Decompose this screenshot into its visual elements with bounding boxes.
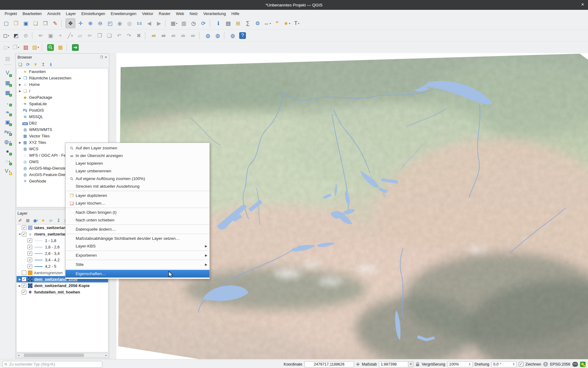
locator-search[interactable]: ⚲ Zu suchender Typ (Strg+K): [2, 361, 102, 368]
coordinate-input[interactable]: 2476717,1188626: [304, 361, 354, 367]
browser-item-spatial-bookmarks[interactable]: ▶❒Räumliche Lesezeichen: [17, 75, 108, 81]
context-item-layer-duplizieren[interactable]: ❐Layer duplizieren: [66, 192, 209, 199]
expand-arrow-icon[interactable]: ▶: [18, 278, 22, 281]
layer-row-6[interactable]: ✓fundstellen_mit_hoehen: [17, 289, 108, 295]
layer-checkbox[interactable]: ✓: [22, 283, 26, 288]
add-wcs-layer-button[interactable]: ●: [3, 147, 12, 156]
zoom-to-selection-button[interactable]: ◉: [115, 19, 124, 28]
browser-float-button[interactable]: ❐: [100, 56, 103, 59]
layer-checkbox[interactable]: ✓: [22, 277, 26, 282]
layer-diagram-button[interactable]: ab: [159, 31, 168, 40]
add-group-button[interactable]: ⊞: [24, 217, 31, 224]
geometry-checker-button[interactable]: ◍: [213, 31, 222, 40]
open-layer-styling-button[interactable]: ✐: [17, 217, 24, 224]
share-layer-button[interactable]: ➜: [71, 43, 80, 52]
zoom-full-button[interactable]: ◰: [105, 19, 115, 28]
expand-collapse-all-button[interactable]: ↧: [55, 217, 62, 224]
layout-manager-button[interactable]: ❒: [41, 19, 50, 28]
browser-item-geopackage[interactable]: ◆GeoPackage: [17, 94, 108, 101]
add-vector-tile-layer-dropdown-arrow[interactable]: ▾: [9, 170, 10, 173]
new-auxiliary-layer-button[interactable]: ▨▾: [31, 43, 40, 52]
new-map-view-button[interactable]: ▦▾: [169, 19, 179, 28]
map-theme-tool-button[interactable]: ▨: [3, 54, 12, 63]
quickmap-services-button[interactable]: ▦: [56, 43, 65, 52]
add-wms-layer-button[interactable]: ◍▾: [3, 137, 12, 146]
identify-features-button[interactable]: ℹ: [214, 19, 223, 28]
style-manager-button[interactable]: ✎: [51, 19, 60, 28]
mouse-position-icon[interactable]: ✛: [356, 362, 360, 367]
map-tips-button[interactable]: ❞: [273, 19, 282, 28]
menu-hilfe[interactable]: Hilfe: [229, 11, 242, 17]
statistical-summary-button[interactable]: ∑: [243, 19, 252, 28]
add-vector-tile-layer-button[interactable]: V▾: [3, 167, 12, 176]
new-project-button[interactable]: ▢: [2, 19, 11, 28]
select-by-value-button[interactable]: ◩: [11, 31, 21, 40]
select-by-location-dropdown-arrow[interactable]: ▾: [8, 46, 9, 49]
add-vector-layer-button[interactable]: V: [3, 68, 12, 78]
add-raster-layer-button[interactable]: ▦: [3, 78, 12, 87]
processing-toolbox-button[interactable]: ⚙: [253, 19, 262, 28]
properties-widget-button[interactable]: ℹ: [47, 61, 54, 68]
layer-error-check-button[interactable]: ▧: [21, 43, 30, 52]
add-wfs-layer-button[interactable]: ◌▾: [3, 157, 12, 166]
zoom-to-layer-button[interactable]: ◎: [125, 19, 134, 28]
browser-close-button[interactable]: ✕: [105, 56, 107, 59]
context-item-layer-kopieren[interactable]: Layer kopieren: [66, 159, 209, 167]
layer-checkbox[interactable]: [22, 270, 26, 275]
magnifier-spinbox[interactable]: 100% ▲▼: [447, 361, 473, 367]
measure-line-dropdown-arrow[interactable]: ▾: [270, 22, 271, 25]
crs-globe-icon[interactable]: [543, 362, 548, 366]
browser-item-db2[interactable]: DB2DB2: [17, 120, 108, 126]
add-postgis-layer-dropdown-arrow[interactable]: ▾: [9, 131, 11, 133]
legend-class-checkbox[interactable]: ✓: [28, 238, 32, 243]
help-button[interactable]: ?: [238, 31, 247, 40]
rotation-spinbox[interactable]: 0,0 ° ▲▼: [492, 361, 517, 367]
browser-item-home-folder[interactable]: ▶⌂Home: [17, 81, 108, 88]
add-postgis-layer-button[interactable]: Pg▾: [3, 127, 12, 136]
layers-horizontal-scrollbar[interactable]: ◂ ▸: [16, 353, 108, 358]
move-feature-button[interactable]: ▱: [75, 31, 85, 40]
field-calculator-button[interactable]: ⊞: [233, 19, 243, 28]
browser-item-mssql[interactable]: ≋MSSQL: [17, 113, 108, 120]
zoom-out-button[interactable]: ⊖: [96, 19, 105, 28]
context-item-nach-oben-bringen-t[interactable]: Nach Oben bringen (t): [66, 209, 209, 216]
refresh-map-button[interactable]: ⟳: [199, 19, 208, 28]
toggle-editing-button[interactable]: ✏: [36, 31, 45, 40]
scale-combo[interactable]: 1:887398 ▼: [379, 361, 413, 367]
collapse-all-button[interactable]: ↥: [40, 61, 47, 68]
scroll-thumb[interactable]: [24, 354, 84, 357]
open-project-button[interactable]: ❐: [11, 19, 21, 28]
add-feature-button[interactable]: +: [56, 31, 65, 40]
layer-row-5[interactable]: ▶✓dem_switzerland_2056 Kopie: [17, 282, 108, 289]
layer-labeling-button[interactable]: ab: [149, 31, 158, 40]
osm-place-search-button[interactable]: ⚲: [46, 43, 55, 52]
context-item-auf-den-layer-zoomen[interactable]: ⚲Auf den Layer zoomen: [66, 144, 209, 152]
select-features-dropdown-arrow[interactable]: ▾: [8, 34, 9, 37]
browser-item-wms-wmts[interactable]: ◍WMS/WMTS: [17, 126, 108, 133]
scroll-right-arrow[interactable]: ▸: [104, 354, 108, 357]
menu-projekt[interactable]: Projekt: [2, 11, 20, 17]
context-item-ma-stabsabhängige-sichtbarkeit-des-der-layer-setzen[interactable]: Maßstabsabhängige Sichtbarkeit des/der L…: [66, 235, 209, 242]
scroll-left-arrow[interactable]: ◂: [17, 354, 21, 357]
crs-label[interactable]: EPSG:2056: [550, 362, 570, 366]
context-item-stile[interactable]: Stile▶: [66, 261, 209, 268]
browser-item-root-folder[interactable]: ▶❏/: [17, 88, 108, 94]
layer-checkbox[interactable]: ✓: [22, 225, 26, 230]
menu-raster[interactable]: Raster: [156, 11, 173, 17]
context-item-in-der-übersicht-anzeigen[interactable]: ∞In der Übersicht anzeigen: [66, 152, 209, 159]
new-bookmark-dropdown-arrow[interactable]: ▾: [289, 22, 290, 25]
legend-class-checkbox[interactable]: ✓: [28, 251, 32, 256]
vertex-tool-button[interactable]: ╱▾: [66, 31, 75, 40]
context-item-layer-kbs[interactable]: Layer-KBS▶: [66, 242, 209, 250]
messages-icon[interactable]: •••: [572, 362, 578, 367]
titlebar[interactable]: *Unbenanntes Projekt — QGIS ✕: [0, 0, 588, 10]
filter-legend-button[interactable]: ▼: [40, 217, 47, 224]
add-delimited-text-layer-button[interactable]: ,: [3, 98, 12, 107]
temporal-controller-button[interactable]: ◷: [189, 19, 198, 28]
select-by-location-button[interactable]: ◻▾: [2, 43, 11, 52]
copy-style-button[interactable]: ❐▾: [11, 43, 21, 52]
layer-checkbox[interactable]: ✓: [22, 290, 26, 294]
measure-line-button[interactable]: ↔▾: [263, 19, 272, 28]
deselect-features-button[interactable]: ⊘: [21, 31, 30, 40]
change-label-button[interactable]: ab: [188, 31, 198, 40]
